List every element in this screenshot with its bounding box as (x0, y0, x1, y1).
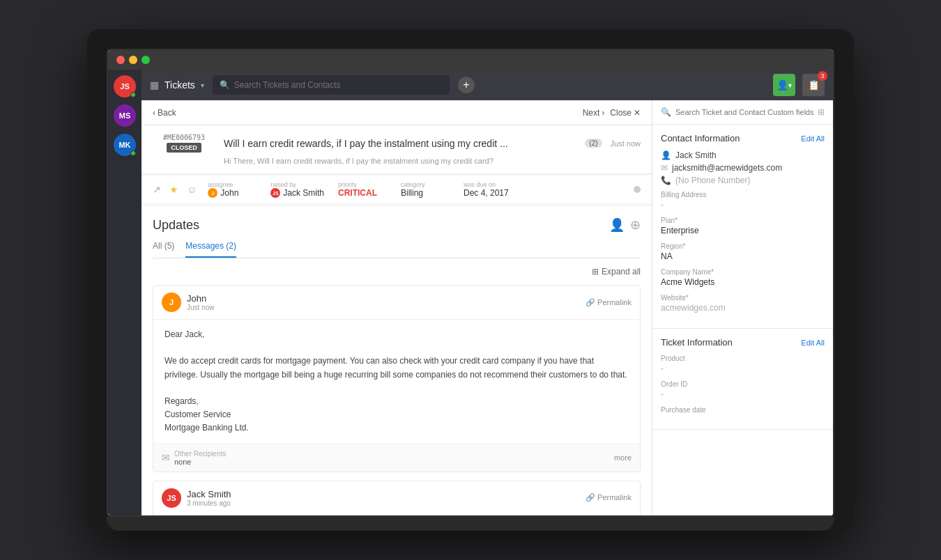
person-icon: 👤 (661, 150, 671, 160)
agent-button[interactable]: 👤 ▾ (773, 74, 795, 96)
due-on-value: Dec 4, 2017 (464, 188, 512, 198)
star-icon[interactable]: ★ (169, 184, 178, 195)
close-button[interactable]: Close ✕ (610, 108, 641, 118)
back-button[interactable]: ‹ Back (153, 108, 176, 118)
tab-all[interactable]: All (5) (153, 241, 174, 258)
sender-avatar-john: J (162, 293, 181, 312)
close-icon: ✕ (634, 108, 641, 118)
sender-time-jack: 3 minutes ago (187, 499, 231, 507)
message-header-2: JS Jack Smith 3 minutes ago 🔗 Permalink (153, 481, 640, 515)
sidebar-icons: JS MS MK (108, 70, 141, 515)
ticket-edit-all-button[interactable]: Edit All (801, 339, 825, 347)
status-badge: CLOSED (167, 143, 201, 153)
expand-icon: ⊞ (592, 267, 599, 277)
sender-name-jack: Jack Smith (187, 489, 231, 499)
traffic-light-green[interactable] (141, 56, 150, 64)
category-value: Billing (401, 188, 450, 198)
assignee-field: assignee J John (208, 181, 257, 198)
contact-name: Jack Smith (675, 150, 717, 160)
right-sidebar: 🔍 ⊞ Contact Information Edit All 👤 (652, 100, 833, 515)
tickets-label: Tickets (165, 79, 195, 91)
category-field: category Billing (401, 181, 450, 198)
sidebar-search-input[interactable] (675, 108, 813, 116)
website-group: Website* acmewidges.com (661, 294, 825, 313)
sidebar-search-icon: 🔍 (661, 107, 671, 117)
contact-name-row: 👤 Jack Smith (661, 150, 825, 160)
search-bar[interactable]: 🔍 (213, 75, 450, 95)
region-group: Region* NA (661, 242, 825, 261)
sidebar-avatar-ms[interactable]: MS (114, 104, 136, 127)
updates-tabs: All (5) Messages (2) (153, 241, 641, 258)
sidebar-filter-icon[interactable]: ⊞ (818, 107, 825, 117)
more-button-1[interactable]: more (614, 453, 632, 462)
tickets-dropdown-icon[interactable]: ▾ (201, 81, 204, 89)
website-value: acmewidges.com (661, 303, 825, 313)
share-icon[interactable]: ↗ (153, 184, 161, 195)
msg1-line1: Dear Jack, (165, 328, 629, 341)
contact-information-section: Contact Information Edit All 👤 Jack Smit… (652, 125, 833, 329)
ticket-meta: ↗ ★ ☺ assignee J John (141, 176, 652, 203)
message-card-2: JS Jack Smith 3 minutes ago 🔗 Permalink (153, 481, 641, 516)
ticket-area: ‹ Back Next › Close (141, 100, 652, 515)
plan-group: Plan* Enterprise (661, 217, 825, 235)
updates-add-icon[interactable]: ⊕ (630, 217, 641, 233)
next-icon: › (602, 108, 604, 118)
region-value: NA (661, 251, 825, 261)
ticket-header: #ME0006793 CLOSED Will I earn credit rew… (141, 125, 652, 174)
raised-by-field: raised by JS Jack Smith (270, 181, 324, 198)
notification-button[interactable]: 📋 3 (802, 74, 825, 96)
order-id-group: Order ID - (661, 380, 825, 399)
sidebar-search: 🔍 ⊞ (652, 100, 833, 125)
expand-all-button[interactable]: ⊞ Expand all (592, 267, 641, 277)
updates-section: Updates 👤 ⊕ All (5) Messages (2) (141, 206, 652, 515)
emoji-icon[interactable]: ☺ (187, 184, 197, 195)
ticket-subject: Will I earn credit rewards, if I pay the… (224, 138, 576, 149)
contact-section-title: Contact Information (661, 133, 740, 143)
permalink-button-1[interactable]: 🔗 Permalink (586, 298, 632, 307)
back-icon: ‹ (153, 108, 155, 118)
tickets-icon: ▦ (150, 79, 159, 91)
tab-messages[interactable]: Messages (2) (185, 241, 236, 258)
message-card-1: J John Just now 🔗 Permalink (153, 285, 641, 472)
ticket-id-badge: #ME0006793 CLOSED (153, 134, 215, 153)
status-dot (634, 186, 641, 193)
contact-email-row: ✉ jacksmith@acmewidgets.com (661, 163, 825, 173)
contact-phone: (No Phone Number) (675, 176, 750, 185)
message-footer-1: ✉ Other Recipients none more (153, 444, 640, 472)
permalink-button-2[interactable]: 🔗 Permalink (586, 493, 632, 502)
msg1-regards: Regards,Customer ServiceMortgage Banking… (165, 395, 629, 435)
assignee-avatar: J (208, 188, 217, 198)
notification-icon: 📋 (808, 79, 820, 91)
search-input[interactable] (234, 80, 443, 90)
agent-icon: 👤 (776, 79, 788, 91)
billing-address-group: Billing Address - (661, 191, 825, 210)
email-icon: ✉ (661, 163, 668, 173)
recipients-value-1: none (174, 458, 226, 466)
sender-name-john: John (187, 293, 214, 304)
purchase-date-group: Purchase date (661, 406, 825, 414)
plan-value: Enterprise (661, 226, 825, 235)
contact-phone-row: 📞 (No Phone Number) (661, 176, 825, 185)
online-badge-mk (130, 150, 136, 156)
contact-edit-all-button[interactable]: Edit All (801, 134, 825, 143)
agent-dropdown-icon: ▾ (788, 81, 792, 89)
top-bar: ▦ Tickets ▾ 🔍 + 👤 ▾ (141, 70, 833, 100)
traffic-light-red[interactable] (116, 56, 125, 64)
recipients-icon-1: ✉ (162, 452, 170, 463)
next-button[interactable]: Next › (583, 108, 605, 118)
sidebar-avatar-js[interactable]: JS (114, 75, 136, 98)
updates-avatar-icon[interactable]: 👤 (609, 217, 625, 233)
assignee-value: J John (208, 188, 257, 198)
message-body-1: Dear Jack, We do accept credit cards for… (153, 320, 640, 444)
message-header-1: J John Just now 🔗 Permalink (153, 286, 640, 320)
nav-bar: ‹ Back Next › Close (141, 100, 652, 125)
contact-email: jacksmith@acmewidgets.com (672, 163, 782, 173)
sidebar-avatar-mk[interactable]: MK (114, 134, 136, 156)
phone-icon: 📞 (661, 176, 671, 185)
ticket-count: (2) (585, 139, 602, 148)
add-button[interactable]: + (458, 77, 475, 93)
raised-by-value: JS Jack Smith (270, 188, 324, 198)
traffic-light-yellow[interactable] (129, 56, 137, 64)
due-on-field: was due on Dec 4, 2017 (464, 181, 512, 198)
priority-value: CRITICAL (338, 188, 387, 198)
